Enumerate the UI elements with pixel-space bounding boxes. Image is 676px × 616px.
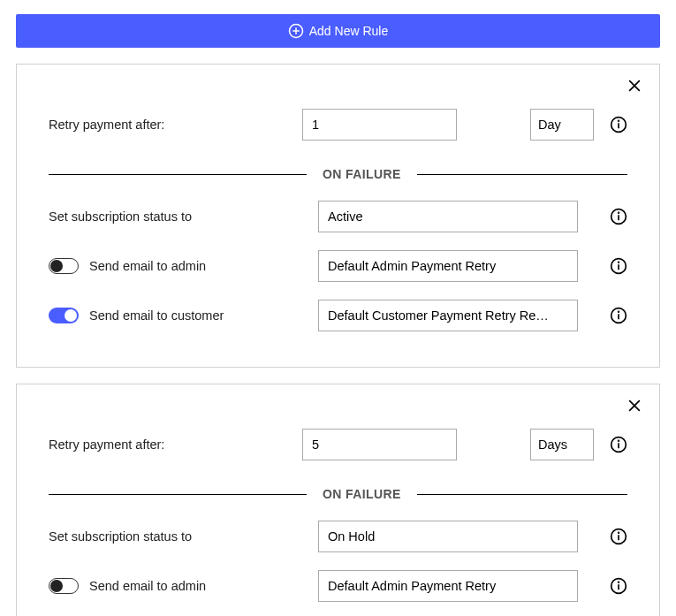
email-admin-label: Send email to admin xyxy=(89,579,206,593)
toggle-knob xyxy=(65,309,77,322)
email-admin-toggle[interactable] xyxy=(49,578,79,594)
on-failure-label: ON FAILURE xyxy=(323,167,401,181)
info-icon[interactable] xyxy=(610,208,627,225)
info-icon[interactable] xyxy=(610,528,627,545)
rule-card: Retry payment after: Day ON FAILURE Set … xyxy=(16,64,660,368)
retry-unit-select[interactable]: Days xyxy=(530,429,594,460)
status-select[interactable]: On Hold xyxy=(318,521,578,552)
set-status-label: Set subscription status to xyxy=(49,209,192,224)
svg-point-13 xyxy=(619,262,619,262)
close-rule-button[interactable] xyxy=(626,397,643,418)
divider-line xyxy=(49,494,307,495)
svg-point-21 xyxy=(619,440,619,441)
close-icon xyxy=(626,77,643,95)
divider-line xyxy=(49,174,307,175)
customer-template-select[interactable]: Default Customer Payment Retry Remin… xyxy=(318,300,578,331)
on-failure-label: ON FAILURE xyxy=(323,487,401,501)
add-new-rule-label: Add New Rule xyxy=(309,24,389,38)
svg-point-24 xyxy=(619,532,619,533)
info-icon[interactable] xyxy=(610,257,627,275)
rule-card: Retry payment after: Days ON FAILURE Set… xyxy=(16,384,660,616)
email-admin-label: Send email to admin xyxy=(89,259,206,273)
status-select[interactable]: Active xyxy=(318,201,578,232)
svg-point-10 xyxy=(619,212,619,213)
toggle-knob xyxy=(50,580,63,592)
divider-line xyxy=(417,494,627,495)
plus-circle-icon xyxy=(288,23,304,39)
email-customer-label: Send email to customer xyxy=(89,308,224,323)
add-new-rule-button[interactable]: Add New Rule xyxy=(16,14,660,48)
admin-template-select[interactable]: Default Admin Payment Retry xyxy=(318,570,578,602)
retry-unit-select[interactable]: Day xyxy=(530,109,594,141)
retry-value-input[interactable] xyxy=(302,109,457,141)
retry-after-label: Retry payment after: xyxy=(49,118,164,132)
info-icon[interactable] xyxy=(610,307,627,324)
retry-after-label: Retry payment after: xyxy=(49,437,164,452)
info-icon[interactable] xyxy=(610,577,627,595)
svg-point-16 xyxy=(619,311,619,312)
close-rule-button[interactable] xyxy=(626,77,643,98)
retry-value-input[interactable] xyxy=(302,429,457,460)
email-admin-toggle[interactable] xyxy=(49,258,79,274)
email-customer-toggle[interactable] xyxy=(49,308,79,323)
set-status-label: Set subscription status to xyxy=(49,529,192,544)
close-icon xyxy=(626,397,643,414)
toggle-knob xyxy=(50,260,63,272)
svg-point-27 xyxy=(619,582,619,582)
info-icon[interactable] xyxy=(610,436,627,453)
svg-point-7 xyxy=(619,120,619,121)
divider-line xyxy=(417,174,627,175)
info-icon[interactable] xyxy=(610,116,627,133)
admin-template-select[interactable]: Default Admin Payment Retry xyxy=(318,250,578,282)
